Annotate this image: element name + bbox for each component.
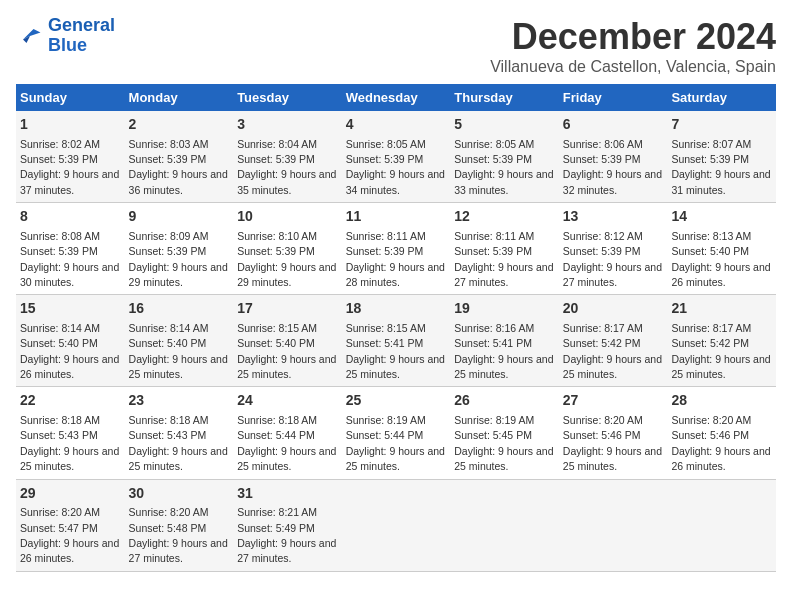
- day-info: Sunrise: 8:20 AMSunset: 5:47 PMDaylight:…: [20, 506, 119, 564]
- day-number: 29: [20, 484, 121, 504]
- day-info: Sunrise: 8:07 AMSunset: 5:39 PMDaylight:…: [671, 138, 770, 196]
- table-row: 25Sunrise: 8:19 AMSunset: 5:44 PMDayligh…: [342, 387, 451, 479]
- day-info: Sunrise: 8:13 AMSunset: 5:40 PMDaylight:…: [671, 230, 770, 288]
- day-info: Sunrise: 8:09 AMSunset: 5:39 PMDaylight:…: [129, 230, 228, 288]
- table-row: 6Sunrise: 8:06 AMSunset: 5:39 PMDaylight…: [559, 111, 668, 203]
- table-row: 9Sunrise: 8:09 AMSunset: 5:39 PMDaylight…: [125, 203, 234, 295]
- table-row: [342, 479, 451, 571]
- day-number: 5: [454, 115, 555, 135]
- table-row: 7Sunrise: 8:07 AMSunset: 5:39 PMDaylight…: [667, 111, 776, 203]
- day-info: Sunrise: 8:08 AMSunset: 5:39 PMDaylight:…: [20, 230, 119, 288]
- calendar-week-row: 29Sunrise: 8:20 AMSunset: 5:47 PMDayligh…: [16, 479, 776, 571]
- day-number: 24: [237, 391, 338, 411]
- day-number: 3: [237, 115, 338, 135]
- table-row: 15Sunrise: 8:14 AMSunset: 5:40 PMDayligh…: [16, 295, 125, 387]
- table-row: 1Sunrise: 8:02 AMSunset: 5:39 PMDaylight…: [16, 111, 125, 203]
- day-number: 17: [237, 299, 338, 319]
- day-number: 18: [346, 299, 447, 319]
- day-number: 12: [454, 207, 555, 227]
- day-info: Sunrise: 8:17 AMSunset: 5:42 PMDaylight:…: [671, 322, 770, 380]
- day-info: Sunrise: 8:21 AMSunset: 5:49 PMDaylight:…: [237, 506, 336, 564]
- day-number: 10: [237, 207, 338, 227]
- svg-marker-0: [23, 29, 41, 40]
- title-block: December 2024 Villanueva de Castellon, V…: [490, 16, 776, 76]
- day-info: Sunrise: 8:18 AMSunset: 5:43 PMDaylight:…: [20, 414, 119, 472]
- table-row: 26Sunrise: 8:19 AMSunset: 5:45 PMDayligh…: [450, 387, 559, 479]
- day-info: Sunrise: 8:14 AMSunset: 5:40 PMDaylight:…: [20, 322, 119, 380]
- table-row: 3Sunrise: 8:04 AMSunset: 5:39 PMDaylight…: [233, 111, 342, 203]
- day-number: 21: [671, 299, 772, 319]
- table-row: 29Sunrise: 8:20 AMSunset: 5:47 PMDayligh…: [16, 479, 125, 571]
- header-thursday: Thursday: [450, 84, 559, 111]
- table-row: 10Sunrise: 8:10 AMSunset: 5:39 PMDayligh…: [233, 203, 342, 295]
- day-info: Sunrise: 8:17 AMSunset: 5:42 PMDaylight:…: [563, 322, 662, 380]
- header-wednesday: Wednesday: [342, 84, 451, 111]
- day-number: 13: [563, 207, 664, 227]
- day-info: Sunrise: 8:15 AMSunset: 5:40 PMDaylight:…: [237, 322, 336, 380]
- table-row: 5Sunrise: 8:05 AMSunset: 5:39 PMDaylight…: [450, 111, 559, 203]
- calendar-week-row: 8Sunrise: 8:08 AMSunset: 5:39 PMDaylight…: [16, 203, 776, 295]
- table-row: 14Sunrise: 8:13 AMSunset: 5:40 PMDayligh…: [667, 203, 776, 295]
- table-row: [559, 479, 668, 571]
- logo-text: General Blue: [48, 16, 115, 56]
- day-number: 25: [346, 391, 447, 411]
- day-number: 15: [20, 299, 121, 319]
- day-number: 4: [346, 115, 447, 135]
- table-row: 13Sunrise: 8:12 AMSunset: 5:39 PMDayligh…: [559, 203, 668, 295]
- day-number: 1: [20, 115, 121, 135]
- header-sunday: Sunday: [16, 84, 125, 111]
- header-friday: Friday: [559, 84, 668, 111]
- table-row: 31Sunrise: 8:21 AMSunset: 5:49 PMDayligh…: [233, 479, 342, 571]
- header-tuesday: Tuesday: [233, 84, 342, 111]
- table-row: 11Sunrise: 8:11 AMSunset: 5:39 PMDayligh…: [342, 203, 451, 295]
- header-saturday: Saturday: [667, 84, 776, 111]
- day-info: Sunrise: 8:10 AMSunset: 5:39 PMDaylight:…: [237, 230, 336, 288]
- day-info: Sunrise: 8:18 AMSunset: 5:43 PMDaylight:…: [129, 414, 228, 472]
- day-info: Sunrise: 8:04 AMSunset: 5:39 PMDaylight:…: [237, 138, 336, 196]
- calendar-week-row: 1Sunrise: 8:02 AMSunset: 5:39 PMDaylight…: [16, 111, 776, 203]
- day-number: 11: [346, 207, 447, 227]
- table-row: [667, 479, 776, 571]
- table-row: 23Sunrise: 8:18 AMSunset: 5:43 PMDayligh…: [125, 387, 234, 479]
- day-number: 23: [129, 391, 230, 411]
- table-row: 30Sunrise: 8:20 AMSunset: 5:48 PMDayligh…: [125, 479, 234, 571]
- day-info: Sunrise: 8:03 AMSunset: 5:39 PMDaylight:…: [129, 138, 228, 196]
- day-number: 30: [129, 484, 230, 504]
- header-monday: Monday: [125, 84, 234, 111]
- day-info: Sunrise: 8:12 AMSunset: 5:39 PMDaylight:…: [563, 230, 662, 288]
- location-title: Villanueva de Castellon, Valencia, Spain: [490, 58, 776, 76]
- day-number: 7: [671, 115, 772, 135]
- day-number: 28: [671, 391, 772, 411]
- day-number: 14: [671, 207, 772, 227]
- day-info: Sunrise: 8:16 AMSunset: 5:41 PMDaylight:…: [454, 322, 553, 380]
- month-title: December 2024: [490, 16, 776, 58]
- table-row: 4Sunrise: 8:05 AMSunset: 5:39 PMDaylight…: [342, 111, 451, 203]
- table-row: 24Sunrise: 8:18 AMSunset: 5:44 PMDayligh…: [233, 387, 342, 479]
- table-row: 21Sunrise: 8:17 AMSunset: 5:42 PMDayligh…: [667, 295, 776, 387]
- day-info: Sunrise: 8:05 AMSunset: 5:39 PMDaylight:…: [454, 138, 553, 196]
- calendar-week-row: 15Sunrise: 8:14 AMSunset: 5:40 PMDayligh…: [16, 295, 776, 387]
- day-number: 16: [129, 299, 230, 319]
- day-info: Sunrise: 8:19 AMSunset: 5:45 PMDaylight:…: [454, 414, 553, 472]
- table-row: 18Sunrise: 8:15 AMSunset: 5:41 PMDayligh…: [342, 295, 451, 387]
- table-row: 27Sunrise: 8:20 AMSunset: 5:46 PMDayligh…: [559, 387, 668, 479]
- table-row: [450, 479, 559, 571]
- day-info: Sunrise: 8:15 AMSunset: 5:41 PMDaylight:…: [346, 322, 445, 380]
- day-info: Sunrise: 8:18 AMSunset: 5:44 PMDaylight:…: [237, 414, 336, 472]
- table-row: 2Sunrise: 8:03 AMSunset: 5:39 PMDaylight…: [125, 111, 234, 203]
- logo: General Blue: [16, 16, 115, 56]
- day-info: Sunrise: 8:19 AMSunset: 5:44 PMDaylight:…: [346, 414, 445, 472]
- day-info: Sunrise: 8:02 AMSunset: 5:39 PMDaylight:…: [20, 138, 119, 196]
- page-header: General Blue December 2024 Villanueva de…: [16, 16, 776, 76]
- table-row: 20Sunrise: 8:17 AMSunset: 5:42 PMDayligh…: [559, 295, 668, 387]
- table-row: 8Sunrise: 8:08 AMSunset: 5:39 PMDaylight…: [16, 203, 125, 295]
- day-number: 31: [237, 484, 338, 504]
- table-row: 19Sunrise: 8:16 AMSunset: 5:41 PMDayligh…: [450, 295, 559, 387]
- day-info: Sunrise: 8:20 AMSunset: 5:48 PMDaylight:…: [129, 506, 228, 564]
- table-row: 22Sunrise: 8:18 AMSunset: 5:43 PMDayligh…: [16, 387, 125, 479]
- day-number: 20: [563, 299, 664, 319]
- day-number: 27: [563, 391, 664, 411]
- table-row: 12Sunrise: 8:11 AMSunset: 5:39 PMDayligh…: [450, 203, 559, 295]
- calendar-header-row: Sunday Monday Tuesday Wednesday Thursday…: [16, 84, 776, 111]
- day-info: Sunrise: 8:11 AMSunset: 5:39 PMDaylight:…: [454, 230, 553, 288]
